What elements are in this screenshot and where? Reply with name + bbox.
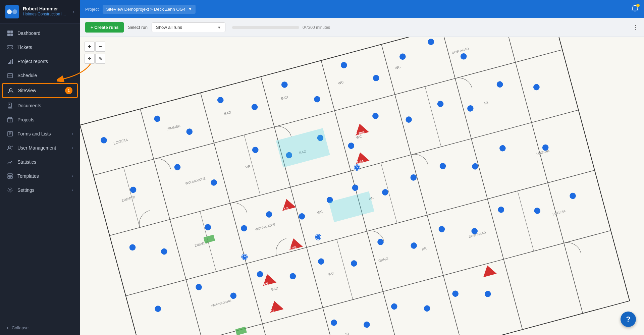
header-right bbox=[631, 5, 639, 14]
map-controls: + − ✛ ⤡ bbox=[85, 42, 105, 64]
svg-point-1 bbox=[7, 9, 12, 14]
user-management-chevron: › bbox=[72, 146, 73, 150]
pan-button[interactable]: ✛ bbox=[85, 54, 95, 64]
projects-icon bbox=[7, 116, 13, 123]
svg-rect-5 bbox=[7, 34, 10, 36]
progress-bar bbox=[232, 26, 299, 29]
map-area: + − ✛ ⤡ bbox=[80, 37, 644, 335]
sidebar-item-schedule[interactable]: Schedule bbox=[0, 68, 80, 82]
run-dropdown-label: Show all runs bbox=[156, 25, 182, 30]
main-content: Project SiteView Demoprojekt > Deck Zehn… bbox=[80, 0, 644, 335]
project-selector[interactable]: SiteView Demoprojekt > Deck Zehn OG4 ▼ bbox=[103, 5, 195, 14]
svg-point-33 bbox=[9, 189, 11, 191]
svg-rect-30 bbox=[8, 174, 12, 175]
tickets-icon bbox=[7, 44, 13, 51]
select-run-label: Select run bbox=[128, 25, 148, 30]
settings-chevron: › bbox=[72, 188, 73, 192]
project-reports-icon bbox=[7, 58, 13, 65]
svg-rect-7 bbox=[8, 63, 9, 64]
sidebar: Robert Hammer Holmes Construction I... ›… bbox=[0, 0, 80, 335]
sidebar-item-templates[interactable]: Templates › bbox=[0, 169, 80, 183]
sidebar-item-project-reports[interactable]: Project reports bbox=[0, 54, 80, 68]
toolbar-more-button[interactable]: ⋮ bbox=[633, 24, 639, 31]
notification-dot bbox=[636, 4, 640, 7]
collapse-button[interactable]: ‹ Collapse bbox=[0, 320, 80, 335]
forms-lists-chevron: › bbox=[72, 131, 73, 136]
sidebar-item-user-management[interactable]: User Management › bbox=[0, 141, 80, 155]
siteview-icon bbox=[7, 87, 14, 94]
sidebar-item-statistics[interactable]: Statistics bbox=[0, 155, 80, 169]
floor-plan-svg: LOGGIA ZIMMER ZIMMER BAD BAD WC WC DUSCH… bbox=[80, 37, 644, 335]
svg-rect-31 bbox=[8, 176, 10, 178]
sidebar-item-siteview[interactable]: SiteView 1 bbox=[2, 83, 78, 98]
settings-icon bbox=[7, 187, 13, 193]
sidebar-item-documents[interactable]: Documents bbox=[0, 99, 80, 113]
collapse-icon: ‹ bbox=[7, 325, 8, 330]
company-name: Robert Hammer Holmes Construction I... bbox=[23, 6, 66, 17]
svg-point-2 bbox=[12, 9, 17, 14]
svg-rect-32 bbox=[10, 176, 12, 178]
notification-button[interactable] bbox=[631, 5, 639, 14]
siteview-badge: 1 bbox=[65, 87, 72, 94]
sidebar-logo-chevron[interactable]: › bbox=[73, 9, 74, 14]
svg-rect-6 bbox=[10, 34, 13, 36]
company-logo-icon bbox=[5, 5, 19, 18]
svg-rect-17 bbox=[9, 104, 10, 105]
toolbar: + Create runs Select run Show all runs ▼… bbox=[80, 18, 644, 37]
sidebar-item-forms-lists[interactable]: Forms and Lists › bbox=[0, 127, 80, 141]
schedule-icon bbox=[7, 72, 13, 79]
forms-lists-icon bbox=[7, 130, 13, 137]
svg-rect-9 bbox=[10, 60, 11, 64]
svg-rect-10 bbox=[12, 59, 13, 64]
sidebar-item-dashboard[interactable]: Dashboard bbox=[0, 26, 80, 40]
dashboard-icon bbox=[7, 30, 13, 37]
svg-rect-11 bbox=[8, 73, 12, 78]
project-selector-chevron: ▼ bbox=[188, 7, 192, 11]
sidebar-logo[interactable]: Robert Hammer Holmes Construction I... › bbox=[0, 0, 80, 23]
svg-rect-21 bbox=[10, 119, 13, 122]
progress-label: 0/7200 minutes bbox=[303, 25, 330, 30]
sidebar-item-settings[interactable]: Settings › bbox=[0, 183, 80, 197]
create-runs-button[interactable]: + Create runs bbox=[85, 22, 124, 33]
sidebar-item-tickets[interactable]: Tickets bbox=[0, 40, 80, 54]
svg-rect-4 bbox=[10, 31, 13, 33]
run-dropdown[interactable]: Show all runs ▼ bbox=[152, 22, 225, 32]
sidebar-item-projects[interactable]: Projects bbox=[0, 113, 80, 127]
statistics-icon bbox=[7, 159, 13, 165]
user-management-icon bbox=[7, 145, 13, 151]
svg-rect-8 bbox=[9, 62, 10, 64]
run-dropdown-chevron: ▼ bbox=[217, 25, 221, 30]
svg-rect-3 bbox=[7, 31, 10, 33]
zoom-in-button[interactable]: + bbox=[85, 42, 95, 52]
zoom-out-button[interactable]: − bbox=[95, 42, 105, 52]
project-path-text: SiteView Demoprojekt > Deck Zehn OG4 bbox=[106, 7, 185, 12]
help-button[interactable]: ? bbox=[621, 312, 636, 327]
sidebar-nav: Dashboard Tickets Project reports Schedu… bbox=[0, 23, 80, 320]
fit-view-button[interactable]: ⤡ bbox=[95, 54, 105, 64]
templates-chevron: › bbox=[72, 174, 73, 178]
templates-icon bbox=[7, 173, 13, 179]
progress-area: 0/7200 minutes bbox=[232, 25, 629, 30]
svg-point-27 bbox=[8, 146, 10, 148]
documents-icon bbox=[7, 102, 13, 109]
svg-rect-36 bbox=[80, 37, 644, 335]
project-label: Project bbox=[85, 7, 99, 12]
top-header: Project SiteView Demoprojekt > Deck Zehn… bbox=[80, 0, 644, 18]
